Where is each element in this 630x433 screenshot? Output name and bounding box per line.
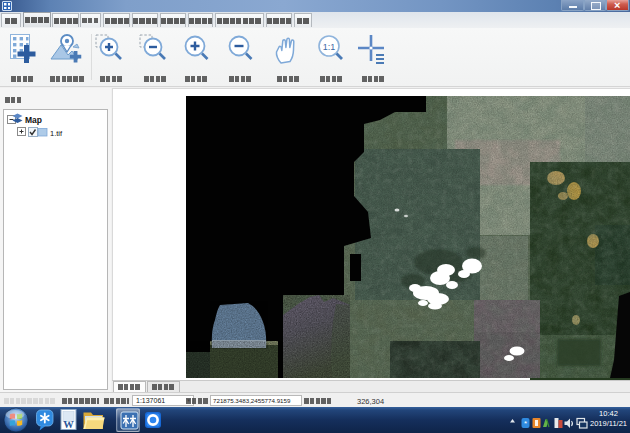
svg-text:W: W [63, 419, 74, 430]
svg-text:Map: Map [25, 115, 42, 125]
svg-text:1:1: 1:1 [323, 42, 336, 52]
svg-text:1.tif: 1.tif [50, 129, 63, 138]
svg-text:*: * [524, 419, 527, 428]
